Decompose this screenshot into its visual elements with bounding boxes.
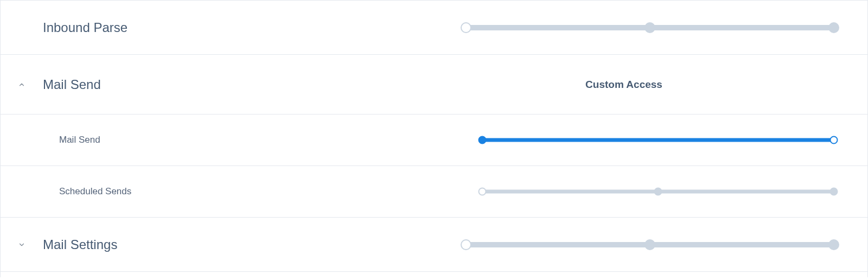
row-inbound-parse: Inbound Parse xyxy=(1,1,867,55)
slider-handle-none[interactable] xyxy=(461,22,471,33)
slider-handle-read[interactable] xyxy=(654,188,662,196)
slider-handle-full[interactable] xyxy=(828,239,839,250)
slider-scheduled-sends[interactable] xyxy=(466,187,867,196)
spacer xyxy=(1,272,867,277)
slider-mail-settings[interactable] xyxy=(466,240,867,250)
slider-handle-none[interactable] xyxy=(478,136,487,144)
slider-handle-full[interactable] xyxy=(830,188,838,196)
slider-handle-read[interactable] xyxy=(644,22,655,33)
label-scheduled-sends: Scheduled Sends xyxy=(43,186,131,196)
slider-handle-read[interactable] xyxy=(644,239,655,250)
slider-handle-none[interactable] xyxy=(478,188,487,196)
chevron-up-icon[interactable] xyxy=(17,80,27,90)
slider-handle-none[interactable] xyxy=(461,239,471,250)
slider-handle-full[interactable] xyxy=(830,136,838,144)
slider-mail-send[interactable] xyxy=(466,135,867,145)
label-mail-send-section: Mail Send xyxy=(43,77,101,92)
label-mail-settings: Mail Settings xyxy=(43,237,117,252)
slider-inbound-parse[interactable] xyxy=(466,23,867,33)
label-inbound-parse: Inbound Parse xyxy=(43,20,127,35)
row-mail-settings[interactable]: Mail Settings xyxy=(1,218,867,272)
summary-mail-send: Custom Access xyxy=(585,79,662,91)
row-mail-send-section[interactable]: Mail Send Custom Access xyxy=(1,55,867,114)
permissions-list: Inbound Parse Mail Send Custom Access xyxy=(0,0,868,277)
label-mail-send-sub: Mail Send xyxy=(43,135,100,145)
row-scheduled-sends: Scheduled Sends xyxy=(1,166,867,218)
chevron-down-icon[interactable] xyxy=(17,240,27,250)
row-mail-send-sub: Mail Send xyxy=(1,114,867,166)
slider-handle-full[interactable] xyxy=(828,22,839,33)
